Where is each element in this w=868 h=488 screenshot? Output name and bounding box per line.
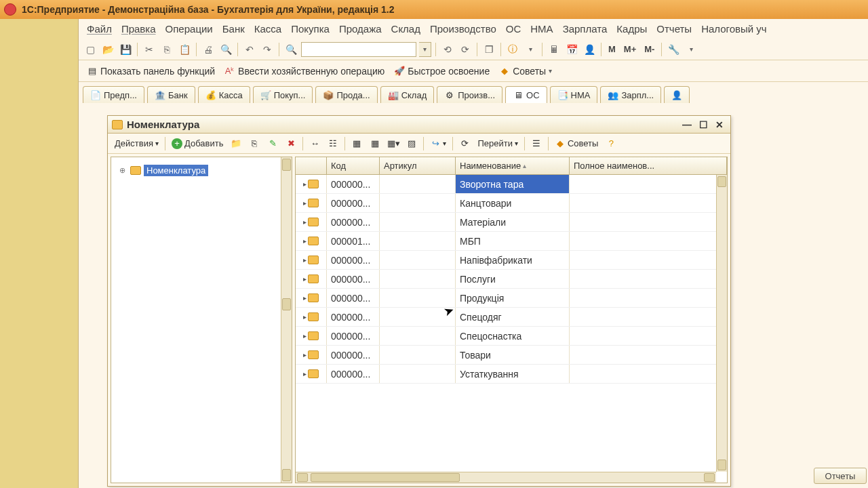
tab-sale[interactable]: 📦Прода...	[315, 86, 377, 103]
hierarchy-icon[interactable]: ☷	[325, 137, 341, 150]
quick-start-button[interactable]: 🚀 Быстрое освоение	[391, 64, 492, 78]
scroll-right-icon[interactable]	[704, 473, 715, 482]
tab-bank[interactable]: 🏦Банк	[147, 86, 195, 103]
scroll-thumb[interactable]	[311, 473, 460, 482]
edit-icon[interactable]: ✎	[264, 137, 281, 150]
search-icon[interactable]: 🔍	[283, 42, 298, 57]
undo-icon[interactable]: ↶	[242, 42, 257, 57]
tips-button-inner[interactable]: ◆ Советы	[552, 137, 601, 150]
scroll-down-icon[interactable]	[717, 460, 726, 470]
table-row[interactable]: ▸000000...Матеріали	[296, 213, 727, 232]
col-fullname[interactable]: Полное наименов...	[570, 157, 727, 174]
tool-icon[interactable]: 🔧	[666, 42, 681, 57]
tab-purchase[interactable]: 🛒Покуп...	[253, 86, 313, 103]
col-name[interactable]: Наименование▴	[456, 157, 570, 174]
tab-warehouse[interactable]: 🏭Склад	[380, 86, 435, 103]
maximize-button[interactable]: ☐	[696, 119, 710, 131]
col-code[interactable]: Код	[327, 157, 380, 174]
tree-root-item[interactable]: ⊕ Номенклатура	[115, 163, 288, 178]
scroll-up-icon[interactable]	[717, 176, 726, 187]
menu-edit[interactable]: Правка	[117, 22, 160, 36]
table-row[interactable]: ▸000001...МБП	[296, 232, 727, 251]
menu-purchase[interactable]: Покупка	[287, 22, 334, 36]
list-icon[interactable]: ☰	[528, 137, 545, 150]
tree-scrollbar[interactable]	[281, 157, 292, 483]
tips-button[interactable]: ◆ Советы ▾	[496, 64, 555, 78]
filter1-icon[interactable]: ▦	[349, 137, 365, 150]
table-row[interactable]: ▸000000...Спецоснастка	[296, 327, 727, 346]
menu-salary[interactable]: Зарплата	[559, 22, 612, 36]
copy-icon[interactable]: ⎘	[159, 42, 174, 57]
nav-prev-icon[interactable]: ⟲	[440, 42, 455, 57]
table-row[interactable]: ▸000000...Канцтовари	[296, 194, 727, 213]
new-doc-icon[interactable]: ▢	[83, 42, 98, 57]
window-titlebar[interactable]: Номенклатура — ☐ ✕	[108, 116, 730, 134]
menu-tax[interactable]: Налоговый уч	[697, 22, 771, 36]
add-button[interactable]: + Добавить	[169, 137, 226, 150]
nav-next-icon[interactable]: ⟳	[458, 42, 473, 57]
enter-operation-button[interactable]: Aᵏ Ввести хозяйственную операцию	[222, 64, 387, 78]
save-icon[interactable]: 💾	[118, 42, 133, 57]
menu-cash[interactable]: Касса	[250, 22, 285, 36]
menu-staff[interactable]: Кадры	[612, 22, 651, 36]
col-icon[interactable]	[296, 157, 327, 174]
help-icon[interactable]: ?	[603, 137, 619, 150]
print-icon[interactable]: 🖨	[201, 42, 216, 57]
search-input[interactable]	[301, 42, 416, 57]
preview-icon[interactable]: 🔍	[218, 42, 233, 57]
actions-button[interactable]: Действия ▾	[112, 137, 161, 150]
tab-enterprise[interactable]: 📄Предп...	[83, 86, 144, 103]
open-icon[interactable]: 📂	[100, 42, 115, 57]
windows-icon[interactable]: ❐	[481, 42, 496, 57]
table-row[interactable]: ▸000000...Зворотна тара	[296, 175, 727, 194]
user-icon[interactable]: 👤	[582, 42, 597, 57]
menu-reports[interactable]: Отчеты	[652, 22, 696, 36]
table-row[interactable]: ▸000000...Устаткування	[296, 365, 727, 384]
scroll-left-icon[interactable]	[297, 473, 308, 482]
menu-file[interactable]: Файл	[83, 22, 116, 36]
info-dropdown-icon[interactable]: ▾	[523, 42, 538, 57]
menu-production[interactable]: Производство	[426, 22, 500, 36]
add-folder-icon[interactable]: 📁	[228, 137, 244, 150]
table-row[interactable]: ▸000000...Послуги	[296, 270, 727, 289]
info-icon[interactable]: ⓘ	[505, 42, 520, 57]
close-button[interactable]: ✕	[713, 119, 726, 131]
cut-icon[interactable]: ✂	[142, 42, 157, 57]
m-minus-button[interactable]: M-	[642, 44, 657, 54]
minimize-button[interactable]: —	[680, 119, 694, 131]
tab-more[interactable]: 👤	[664, 86, 690, 103]
copy-row-icon[interactable]: ⎘	[246, 137, 262, 150]
filter2-icon[interactable]: ▦	[367, 137, 383, 150]
move-icon[interactable]: ↔	[307, 137, 323, 150]
redo-icon[interactable]: ↷	[260, 42, 275, 57]
filter-off-icon[interactable]: ▨	[403, 137, 420, 150]
tab-production[interactable]: ⚙Произв...	[437, 86, 502, 103]
paste-icon[interactable]: 📋	[177, 42, 192, 57]
show-panel-button[interactable]: ▤ Показать панель функций	[84, 64, 218, 78]
tab-salary[interactable]: 👥Зарпл...	[600, 86, 661, 103]
filter3-icon[interactable]: ▦▾	[385, 137, 401, 150]
menu-operations[interactable]: Операции	[161, 22, 217, 36]
goto-button[interactable]: Перейти ▾	[475, 137, 521, 150]
tool-dropdown-icon[interactable]: ▾	[684, 42, 698, 57]
scroll-down-icon[interactable]	[282, 469, 291, 481]
calc-icon[interactable]: 🖩	[547, 42, 561, 57]
calendar-icon[interactable]: 📅	[564, 42, 579, 57]
m-button[interactable]: M	[606, 44, 618, 54]
grid-vscrollbar[interactable]	[716, 175, 727, 472]
nav-icon[interactable]: ↪▾	[427, 137, 449, 150]
expand-icon[interactable]: ⊕	[119, 166, 127, 175]
tab-os[interactable]: 🖥ОС	[505, 86, 547, 103]
table-row[interactable]: ▸000000...Напівфабрикати	[296, 251, 727, 270]
tab-nma[interactable]: 📑НМА	[550, 86, 598, 103]
delete-icon[interactable]: ✖	[283, 137, 299, 150]
grid-hscrollbar[interactable]	[296, 472, 716, 483]
menu-warehouse[interactable]: Склад	[387, 22, 425, 36]
menu-nma[interactable]: НМА	[526, 22, 557, 36]
scroll-thumb[interactable]	[282, 298, 291, 310]
reports-button[interactable]: Отчеты	[814, 468, 867, 484]
tab-cash[interactable]: 💰Касса	[198, 86, 250, 103]
table-row[interactable]: ▸000000...Продукція	[296, 289, 727, 308]
scroll-up-icon[interactable]	[282, 159, 291, 171]
search-dropdown-icon[interactable]: ▾	[419, 42, 431, 57]
